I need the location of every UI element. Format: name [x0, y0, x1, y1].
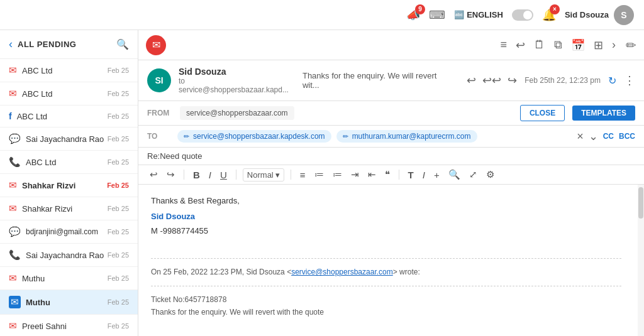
- sidebar-title: ALL PENDING: [18, 40, 76, 49]
- bcc-button[interactable]: BCC: [619, 132, 635, 141]
- sidebar: ‹ ALL PENDING 🔍 ✉ ABC Ltd Feb 25 ✉ ABC L…: [0, 30, 138, 336]
- item-date: Feb 25: [108, 67, 129, 74]
- list-item[interactable]: ✉ Shahkar Rizvi Feb 25: [0, 197, 138, 220]
- from-address: service@shoppersbazaar.com: [180, 106, 294, 120]
- bell-notification[interactable]: 🔔 ×: [542, 8, 556, 22]
- to-tag-1[interactable]: ✏ service@shoppersbazaar.kapdesk.com: [177, 130, 331, 143]
- reply-icon[interactable]: ↩: [467, 73, 476, 87]
- item-name: ABC Ltd: [22, 66, 52, 75]
- list-item[interactable]: ✉ ABC Ltd Feb 25: [0, 82, 138, 106]
- list-item-left: ✉ Muthu: [9, 296, 50, 308]
- reply-all-icon[interactable]: ↩↩: [482, 73, 501, 87]
- calendar-icon[interactable]: 📅: [571, 38, 585, 52]
- list-item[interactable]: f ABC Ltd Feb 25: [0, 106, 138, 127]
- item-date: Feb 25: [108, 205, 129, 212]
- clear-to-icon[interactable]: ×: [577, 130, 584, 143]
- list-item-left: 💬 bdjranjini@gmail.com: [9, 226, 98, 237]
- font-size-dropdown[interactable]: Normal ▾: [243, 168, 284, 182]
- italic-text-button[interactable]: I: [420, 168, 428, 182]
- language-toggle[interactable]: [512, 9, 533, 21]
- item-name: ABC Ltd: [22, 89, 52, 99]
- phone-icon: 📞: [9, 156, 21, 168]
- italic-button[interactable]: I: [206, 168, 214, 182]
- list-item[interactable]: ✉ Muthu Feb 25: [0, 267, 138, 290]
- align-button[interactable]: ≡: [297, 168, 308, 182]
- item-date: Feb 25: [108, 274, 129, 282]
- mail-icon: ✉: [9, 320, 17, 332]
- numbered-list-button[interactable]: ≔: [330, 168, 345, 182]
- list-item-left: ✉ Shahkar Rizvi: [9, 180, 75, 191]
- more-format-button[interactable]: ⚙: [484, 168, 497, 182]
- reply-area: FROM service@shoppersbazaar.com CLOSE TE…: [138, 101, 644, 336]
- forward-icon[interactable]: ↪: [508, 73, 517, 87]
- quoted-intro: On 25 Feb, 2022 12:23 PM, Sid Dsouza <: [151, 268, 291, 276]
- expand-button[interactable]: ⤢: [467, 168, 480, 182]
- list-item[interactable]: 💬 bdjranjini@gmail.com Feb 25: [0, 220, 138, 244]
- quoted-email-link[interactable]: service@shoppersbazaar.com: [291, 268, 393, 276]
- history-icon[interactable]: ↩: [516, 38, 525, 52]
- more-actions-icon[interactable]: ›: [612, 38, 616, 51]
- notes-icon[interactable]: 🗒: [534, 38, 545, 51]
- list-item-left: ✉ Shahkar Rizvi: [9, 203, 72, 214]
- list-item[interactable]: 📞 ABC Ltd Feb 25: [0, 151, 138, 174]
- templates-button[interactable]: TEMPLATES: [572, 106, 635, 121]
- list-item-left: ✉ ABC Ltd: [9, 88, 52, 99]
- notification-bell[interactable]: 📣 9: [406, 8, 420, 22]
- quote-divider-2: [151, 286, 621, 286]
- list-item[interactable]: 📞 Sai Jayachandra Rao Feb 25: [0, 244, 138, 267]
- item-date: Feb 25: [108, 251, 129, 259]
- indent-button[interactable]: ⇥: [348, 168, 362, 182]
- underline-button[interactable]: U: [218, 168, 230, 182]
- add-button[interactable]: +: [431, 168, 442, 182]
- quoted-end: > wrote:: [393, 268, 420, 276]
- to-tag-2[interactable]: ✏ muthuram.kumar@kapturecrm.com: [336, 130, 477, 143]
- mail-icon: ✉: [9, 296, 21, 308]
- keyboard-icon[interactable]: ⌨: [429, 8, 445, 22]
- list-item[interactable]: ✉ ABC Ltd Feb 25: [0, 59, 138, 82]
- email-timestamp: Feb 25th 22, 12:23 pm: [525, 76, 601, 85]
- scrollbar[interactable]: [638, 185, 644, 336]
- item-name: Sai Jayachandra Rao: [26, 251, 104, 260]
- list-item[interactable]: 💬 Sai Jayachandra Rao Feb 25: [0, 127, 138, 151]
- bold-button[interactable]: B: [191, 168, 203, 182]
- compose-icon[interactable]: ✏: [626, 38, 636, 53]
- list-item[interactable]: ✉ Preeti Sahni Feb 25: [0, 315, 138, 336]
- back-button[interactable]: ‹: [9, 38, 13, 51]
- sidebar-search-icon[interactable]: 🔍: [116, 38, 129, 50]
- refresh-icon[interactable]: ↻: [608, 75, 616, 87]
- to-email-1: service@shoppersbazaar.kapdesk.com: [193, 132, 325, 141]
- bullet-list-button[interactable]: ≔: [312, 168, 326, 182]
- outdent-button[interactable]: ⇤: [365, 168, 379, 182]
- chat-icon: 💬: [9, 226, 21, 237]
- item-name: bdjranjini@gmail.com: [26, 227, 98, 236]
- redo-button[interactable]: ↪: [164, 168, 177, 182]
- from-label: FROM: [147, 109, 172, 117]
- language-selector[interactable]: 🔤 ENGLISH: [454, 10, 503, 19]
- search-format-button[interactable]: 🔍: [446, 168, 463, 182]
- to-row-actions: × ⌄ CC BCC: [577, 129, 635, 143]
- quote-button[interactable]: ❝: [382, 168, 392, 182]
- undo-button[interactable]: ↩: [147, 168, 160, 182]
- email-options-icon[interactable]: ⋮: [624, 73, 635, 87]
- grid-icon[interactable]: ⊞: [594, 38, 603, 52]
- list-item[interactable]: ✉ Shahkar Rizvi Feb 25: [0, 174, 138, 197]
- user-profile[interactable]: Sid Dsouza S: [565, 5, 634, 25]
- item-name: Muthu: [26, 298, 50, 307]
- list-icon[interactable]: ≡: [500, 38, 507, 51]
- sender-name: Sid Dsouza: [179, 67, 289, 77]
- expand-icon[interactable]: ⌄: [589, 129, 598, 143]
- item-name: Shahkar Rizvi: [22, 181, 75, 190]
- scrollbar-thumb[interactable]: [638, 187, 643, 219]
- mail-icon: ✉: [9, 180, 17, 191]
- copy-icon[interactable]: ⧉: [554, 38, 562, 51]
- close-button[interactable]: CLOSE: [520, 105, 565, 121]
- cc-button[interactable]: CC: [603, 132, 614, 141]
- signature-name: Sid Dsouza: [151, 210, 621, 224]
- list-item[interactable]: ✉ Muthu Feb 25: [0, 290, 138, 315]
- email-editor[interactable]: Thanks & Best Regards, Sid Dsouza M -998…: [138, 185, 644, 336]
- text-format-button[interactable]: T: [406, 168, 416, 182]
- mail-icon-white: ✉: [152, 39, 160, 51]
- quote-divider: [151, 258, 621, 259]
- mail-indicator: ✉: [146, 35, 166, 55]
- mail-icon: ✉: [9, 273, 17, 284]
